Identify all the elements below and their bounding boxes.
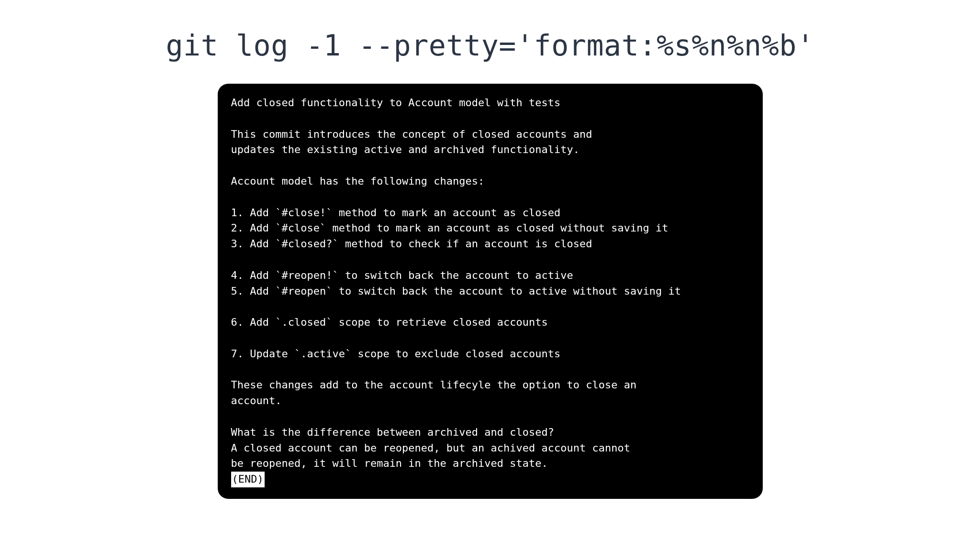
commit-intro-line-2: updates the existing active and archived… — [231, 143, 579, 155]
commit-change-2: 2. Add `#close` method to mark an accoun… — [231, 222, 668, 234]
terminal-output: Add closed functionality to Account mode… — [218, 84, 763, 499]
commit-change-4: 4. Add `#reopen!` to switch back the acc… — [231, 269, 573, 281]
commit-intro-line-1: This commit introduces the concept of cl… — [231, 128, 592, 140]
commit-change-7: 7. Update `.active` scope to exclude clo… — [231, 348, 561, 360]
commit-change-6: 6. Add `.closed` scope to retrieve close… — [231, 316, 548, 328]
command-heading: git log -1 --pretty='format:%s%n%n%b' — [166, 29, 814, 62]
commit-subject: Add closed functionality to Account mode… — [231, 97, 561, 109]
commit-change-1: 1. Add `#close!` method to mark an accou… — [231, 207, 561, 219]
commit-summary-line-2: account. — [231, 395, 282, 407]
commit-changes-heading: Account model has the following changes: — [231, 175, 485, 187]
commit-change-3: 3. Add `#closed?` method to check if an … — [231, 238, 592, 250]
commit-summary-line-1: These changes add to the account lifecyl… — [231, 379, 637, 391]
commit-change-5: 5. Add `#reopen` to switch back the acco… — [231, 285, 681, 297]
commit-answer-line-2: be reopened, it will remain in the archi… — [231, 457, 548, 469]
commit-question: What is the difference between archived … — [231, 426, 555, 438]
pager-end-marker: (END) — [231, 472, 265, 487]
commit-answer-line-1: A closed account can be reopened, but an… — [231, 442, 630, 454]
